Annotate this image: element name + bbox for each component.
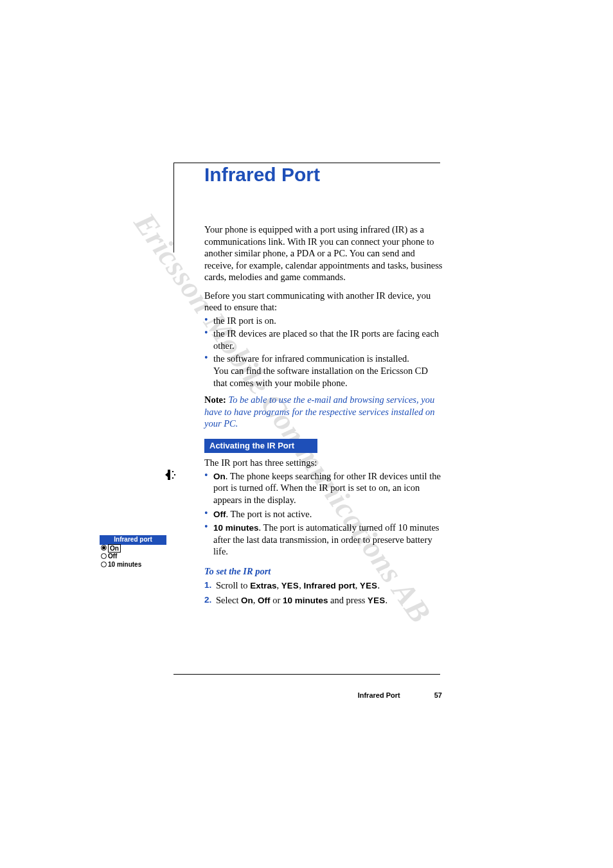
radio-icon [101,553,107,559]
step-item: 1. Scroll to Extras, YES, Infrared port,… [204,580,443,592]
intro-paragraph-2: Before you start communicating with anot… [204,290,443,314]
option-text: . The phone keeps searching for other IR… [213,471,441,505]
key-yes: YES [281,581,299,590]
radio-icon [101,562,107,567]
phone-option-off: Off [100,553,166,561]
option-text: . The port is not active. [226,509,312,519]
page-title: Infrared Port [204,164,320,186]
menu-name: Extras [250,581,276,590]
note-label: Note: [204,394,226,405]
note-text: To be able to use the e-mail and browsin… [204,394,435,429]
settings-intro: The IR port has three settings: [204,457,443,469]
procedure-steps: 1. Scroll to Extras, YES, Infrared port,… [204,580,443,606]
phone-option-on: On [100,545,166,553]
option-label-on: On [213,472,226,481]
procedure-heading: To set the IR port [204,565,443,578]
list-item: the software for infrared communication … [204,353,443,389]
list-item-text: You can find the software installation o… [213,366,428,388]
key-yes: YES [360,581,378,590]
radio-selected-icon [101,545,107,551]
list-item: Off. The port is not active. [204,508,443,520]
infrared-icon [165,469,177,481]
menu-name: Infrared port [303,581,355,590]
page-footer: Infrared Port 57 [204,691,442,699]
list-item: the IR port is on. [204,315,443,327]
list-item: the IR devices are placed so that the IR… [204,328,443,351]
prerequisite-list: the IR port is on. the IR devices are pl… [204,315,443,389]
phone-screen-preview: Infrared port On Off 10 minutes [100,535,166,569]
step-text: Scroll to [216,580,250,590]
step-text: Select [216,595,241,605]
option-label-off: Off [213,509,226,519]
footer-title: Infrared Port [358,691,400,699]
rule-top [173,163,440,163]
phone-screen-title: Infrared port [100,535,166,545]
phone-option-ten: 10 minutes [100,561,166,569]
note-block: Note: To be able to use the e-mail and b… [204,394,443,430]
section-heading-bar: Activating the IR Port [204,439,317,454]
step-number: 1. [204,580,211,590]
option-name: 10 minutes [283,596,328,605]
rule-left [173,163,174,252]
option-name: On [241,596,253,605]
rule-bottom [173,674,440,675]
step-item: 2. Select On, Off or 10 minutes and pres… [204,594,443,607]
page-number: 57 [434,691,442,699]
list-item-text: the software for infrared communication … [213,353,409,364]
key-yes: YES [368,596,386,605]
intro-paragraph-1: Your phone is equipped with a port using… [204,224,443,283]
option-label-ten: 10 minutes [213,523,259,533]
phone-option-ten-label: 10 minutes [108,561,141,568]
phone-option-on-label: On [108,544,121,553]
phone-option-off-label: Off [108,553,117,560]
page: Ericsson Mobile Communications AB Infrar… [0,0,613,868]
step-number: 2. [204,594,211,605]
option-name: Off [258,596,271,605]
body-column: Your phone is equipped with a port using… [204,224,443,609]
list-item: 10 minutes. The port is automatically tu… [204,522,443,558]
settings-list: On. The phone keeps searching for other … [204,470,443,558]
list-item: On. The phone keeps searching for other … [204,470,443,506]
